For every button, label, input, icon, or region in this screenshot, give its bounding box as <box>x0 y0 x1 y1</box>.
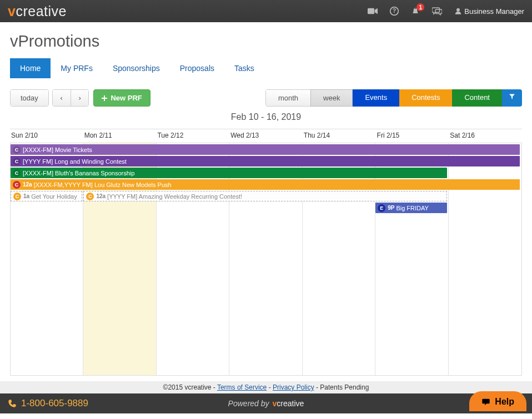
notifications-icon[interactable]: 1 <box>411 7 420 16</box>
filter-contests[interactable]: Contests <box>399 89 452 107</box>
today-button[interactable]: today <box>11 90 48 106</box>
footer: ©2015 vcreative - Terms of Service - Pri… <box>0 381 532 413</box>
filter-icon[interactable] <box>502 89 522 107</box>
view-month[interactable]: month <box>265 89 310 107</box>
tab-tasks[interactable]: Tasks <box>224 58 264 78</box>
privacy-link[interactable]: Privacy Policy <box>273 383 314 391</box>
messages-icon[interactable] <box>432 7 442 16</box>
day-header: Mon 2/11 <box>83 129 157 143</box>
powered-by: Powered by vcreative <box>228 399 304 408</box>
calendar-event[interactable]: C12a[YYYY FM] Amazing Weekday Recurring … <box>83 191 446 201</box>
video-icon[interactable] <box>368 7 378 15</box>
calendar: Sun 2/10Mon 2/11Tue 2/12Wed 2/13Thu 2/14… <box>10 129 522 376</box>
day-header: Wed 2/13 <box>229 129 303 143</box>
calendar-event[interactable]: C[YYYY FM] Long and Winding Contest <box>11 156 520 166</box>
tab-my-prfs[interactable]: My PRFs <box>51 58 103 78</box>
day-header: Fri 2/15 <box>376 129 449 143</box>
calendar-event[interactable]: C[XXXX-FM] Bluth's Bananas Sponsorship <box>11 168 447 178</box>
day-header: Thu 2/14 <box>303 129 376 143</box>
calendar-event[interactable]: E9PBig FRIDAY <box>375 203 447 213</box>
logo[interactable]: vcreative <box>8 3 67 19</box>
day-header: Tue 2/12 <box>156 129 229 143</box>
event-type-badge: C <box>86 193 94 200</box>
event-type-badge: E <box>378 204 385 212</box>
event-type-badge: C <box>13 169 21 177</box>
view-week[interactable]: week <box>310 89 353 107</box>
svg-point-3 <box>456 8 460 11</box>
tab-sponsorships[interactable]: Sponsorships <box>103 58 170 78</box>
page-title: vPromotions <box>10 32 522 51</box>
calendar-event[interactable]: C1aGet Your Holiday <box>11 191 82 201</box>
notification-badge: 1 <box>416 3 424 11</box>
new-prf-button[interactable]: New PRF <box>93 89 150 107</box>
help-button[interactable]: Help <box>469 391 526 411</box>
filter-events[interactable]: Events <box>353 89 399 107</box>
top-bar: vcreative ? 1 Business Manager <box>0 0 532 22</box>
next-button[interactable]: › <box>71 90 89 106</box>
calendar-event[interactable]: C12a[XXXX-FM,YYYY FM] Lou Glutz New Mode… <box>11 179 520 190</box>
event-type-badge: C <box>13 146 21 154</box>
date-range-label: Feb 10 - 16, 2019 <box>10 112 522 122</box>
svg-rect-0 <box>368 8 374 14</box>
filter-content[interactable]: Content <box>452 89 502 107</box>
nav-tabs: HomeMy PRFsSponsorshipsProposalsTasks <box>10 58 522 78</box>
event-type-badge: C <box>13 193 21 200</box>
event-type-badge: C <box>13 181 21 189</box>
day-header: Sun 2/10 <box>10 129 83 143</box>
svg-text:?: ? <box>393 8 396 14</box>
day-header: Sat 2/16 <box>449 129 522 143</box>
prev-button[interactable]: ‹ <box>53 90 71 106</box>
tos-link[interactable]: Terms of Service <box>217 383 267 391</box>
tab-home[interactable]: Home <box>10 58 51 78</box>
tab-proposals[interactable]: Proposals <box>170 58 224 78</box>
support-phone[interactable]: 1-800-605-9889 <box>8 398 88 409</box>
event-type-badge: C <box>13 158 21 165</box>
calendar-event[interactable]: C[XXXX-FM] Movie Tickets <box>11 144 520 155</box>
calendar-toolbar: today ‹ › New PRF month week Events Cont… <box>10 89 522 107</box>
user-menu[interactable]: Business Manager <box>454 7 524 16</box>
footer-legal: ©2015 vcreative - Terms of Service - Pri… <box>0 381 532 393</box>
help-icon[interactable]: ? <box>390 7 399 16</box>
